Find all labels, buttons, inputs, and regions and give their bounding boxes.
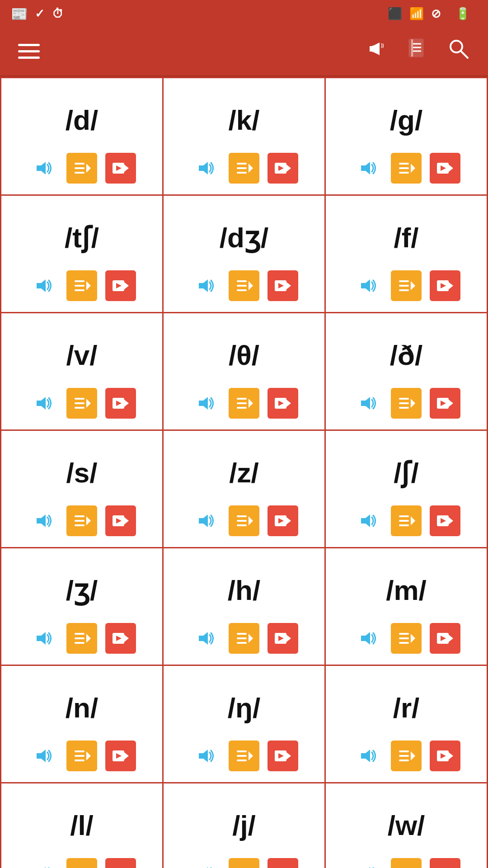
svg-marker-27 [286,165,291,172]
svg-rect-39 [75,280,84,282]
sound-button[interactable] [352,270,383,301]
notes-button[interactable] [407,38,429,65]
speaker-button[interactable]: )) [365,37,389,66]
phoneme-card: /m/ [326,548,488,666]
svg-rect-21 [237,163,247,165]
list-button[interactable] [66,153,97,184]
video-button[interactable] [105,858,136,868]
menu-button[interactable] [18,44,40,59]
list-button[interactable] [66,858,97,868]
phoneme-text: /l/ [70,797,94,854]
svg-rect-22 [237,167,247,169]
svg-rect-104 [237,524,247,526]
list-button[interactable] [391,270,422,301]
list-button[interactable] [66,623,97,654]
list-button[interactable] [229,388,259,419]
video-button[interactable] [267,388,298,419]
list-button[interactable] [391,153,422,184]
sound-button[interactable] [28,741,58,771]
svg-rect-167 [399,760,409,761]
video-button[interactable] [267,505,298,536]
svg-marker-114 [411,516,415,525]
video-button[interactable] [267,623,298,654]
video-button[interactable] [105,153,136,184]
sound-button[interactable] [190,153,221,184]
sound-button[interactable] [190,505,221,536]
list-button[interactable] [229,858,259,868]
card-actions [352,270,460,301]
sound-button[interactable] [352,388,383,419]
svg-rect-112 [399,520,409,522]
list-button[interactable] [391,388,422,419]
list-button[interactable] [66,388,97,419]
sound-button[interactable] [352,741,383,771]
svg-rect-32 [399,172,409,174]
svg-rect-93 [75,515,84,517]
list-button[interactable] [391,741,422,771]
video-button[interactable] [105,270,136,301]
search-button[interactable] [447,38,470,65]
card-actions [352,858,460,868]
sound-button[interactable] [28,623,58,654]
sound-button[interactable] [28,270,58,301]
sound-button[interactable] [190,388,221,419]
video-button[interactable] [267,858,298,868]
list-button[interactable] [229,270,259,301]
svg-marker-11 [37,162,46,175]
card-actions [190,153,298,184]
sound-button[interactable] [28,388,58,419]
svg-marker-105 [249,516,253,525]
phoneme-card: /l/ [1,783,164,868]
svg-rect-57 [399,280,409,282]
video-button[interactable] [430,741,460,771]
phoneme-card: /v/ [1,313,164,431]
video-button[interactable] [430,858,460,868]
phoneme-text: /v/ [66,327,98,383]
video-button[interactable] [105,741,136,771]
list-button[interactable] [229,153,259,184]
sound-button[interactable] [352,153,383,184]
svg-marker-117 [449,517,453,524]
svg-marker-119 [37,632,46,645]
sound-button[interactable] [190,623,221,654]
list-button[interactable] [391,505,422,536]
sound-button[interactable] [28,858,58,868]
sound-button[interactable] [28,505,58,536]
list-button[interactable] [66,505,97,536]
sound-button[interactable] [352,623,383,654]
sound-button[interactable] [352,505,383,536]
svg-rect-166 [399,755,409,757]
sound-button[interactable] [28,153,58,184]
phoneme-text: /g/ [390,92,422,148]
list-button[interactable] [391,623,422,654]
video-button[interactable] [105,623,136,654]
svg-rect-140 [399,642,409,644]
video-button[interactable] [105,388,136,419]
video-button[interactable] [267,270,298,301]
sound-button[interactable] [190,741,221,771]
video-button[interactable] [267,153,298,184]
list-button[interactable] [391,858,422,868]
video-button[interactable] [267,741,298,771]
sound-button[interactable] [190,270,221,301]
list-button[interactable] [229,505,259,536]
svg-marker-18 [124,165,129,172]
phoneme-text: /θ/ [229,327,259,383]
phoneme-card: /ʒ/ [1,548,164,666]
video-button[interactable] [430,153,460,184]
video-button[interactable] [430,270,460,301]
video-button[interactable] [105,505,136,536]
svg-marker-15 [86,164,91,173]
video-button[interactable] [430,623,460,654]
phoneme-text: /f/ [394,209,418,266]
video-button[interactable] [430,505,460,536]
sound-button[interactable] [352,858,383,868]
list-button[interactable] [229,623,259,654]
list-button[interactable] [66,741,97,771]
list-button[interactable] [66,270,97,301]
list-button[interactable] [229,741,259,771]
card-actions [190,270,298,301]
video-button[interactable] [430,388,460,419]
svg-rect-149 [75,760,84,761]
sound-button[interactable] [190,858,221,868]
